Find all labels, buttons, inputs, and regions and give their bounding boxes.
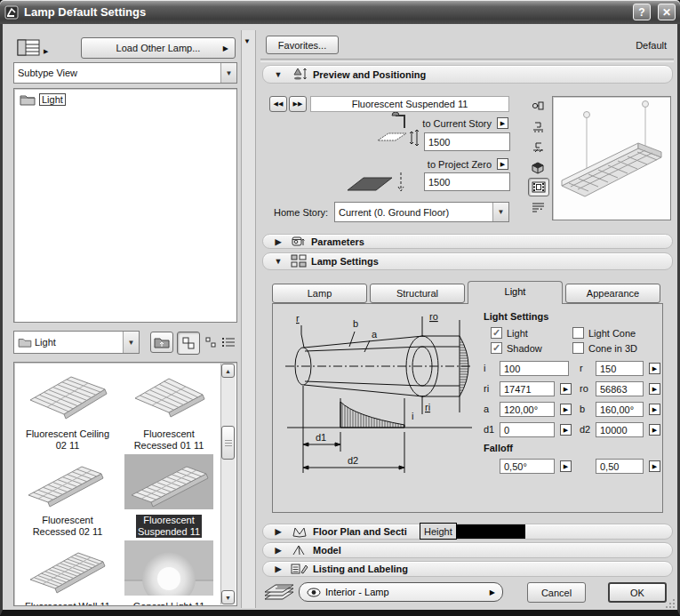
field-input-a[interactable]: 120,00° [500,402,555,417]
preview-mode-picture-button[interactable] [528,178,549,196]
field-input-ri[interactable]: 17471 [500,381,555,396]
to-current-story-menu-button[interactable]: ▶ [497,117,508,129]
checkbox-label: Light Cone [588,328,636,339]
favorites-button[interactable]: Favorites... [266,36,339,54]
subtype-tree[interactable]: Light [13,88,237,323]
field-input-b[interactable]: 160,00° [596,402,644,417]
subtype-view-combo[interactable]: Subtype View ▼ [13,62,237,84]
pane-layout-button[interactable]: ▶ [17,39,47,60]
section-preview-positioning[interactable]: ▼ Preview and Positioning [262,65,673,84]
ok-button[interactable]: OK [608,582,667,603]
preview-mode-2d-symbol-button[interactable] [528,98,548,115]
field-input-i[interactable]: 100 [500,361,569,376]
field-menu-button-ro[interactable]: ▶ [649,383,660,395]
svg-text:i: i [412,411,413,421]
tab-light[interactable]: Light [468,281,563,304]
section-collapse-icon[interactable]: ▼ [272,70,284,79]
field-menu-button-b[interactable]: ▶ [649,404,660,415]
preview-mode-side-view-button[interactable] [528,139,548,156]
collapse-left-panel-icon[interactable]: ▼ [244,37,251,45]
field-input-ro[interactable]: 56863 [596,381,644,396]
field-label-r: r [580,363,583,373]
section-expand-icon[interactable]: ▶ [272,237,284,246]
section-floor-plan-label: Floor Plan and Secti [313,526,407,537]
folder-up-button[interactable] [150,332,173,353]
view-small-icons-button[interactable] [204,335,218,349]
field-input-d2[interactable]: 10000 [596,422,644,437]
home-story-combo[interactable]: Current (0. Ground Floor) ▼ [334,202,509,222]
checkbox-cone-in-3d[interactable]: Cone in 3D [572,342,661,354]
lamp-item-fluorescent-recessed-01-11[interactable]: FluorescentRecessed 01 11 [119,368,219,452]
checked-checkbox-icon[interactable]: ✓ [491,342,502,354]
preview-mode-info-button[interactable] [528,198,548,215]
preview-positioning-icon [292,67,308,82]
panel-splitter[interactable]: ▼ [241,30,256,608]
layer-selector-button[interactable]: Interior - Lamp ▶ [299,582,503,602]
checkbox-light-cone[interactable]: Light Cone [572,327,661,339]
checkbox-shadow[interactable]: ✓Shadow [491,342,572,354]
to-current-story-input[interactable]: 1500 [424,132,510,151]
tab-structural[interactable]: Structural [370,284,465,303]
unchecked-checkbox-icon[interactable] [572,327,584,339]
scrollbar-thumb[interactable] [221,426,235,460]
load-other-lamp-button[interactable]: Load Other Lamp... ▶ [81,37,236,59]
help-button[interactable]: ? [633,4,651,20]
tree-item-light[interactable]: Light [20,93,66,106]
home-story-dropdown-icon[interactable]: ▼ [492,203,508,221]
field-menu-button-d2[interactable]: ▶ [649,424,660,436]
tab-appearance[interactable]: Appearance [565,284,660,303]
to-project-zero-menu-button[interactable]: ▶ [497,158,508,170]
section-expand-icon[interactable]: ▶ [272,527,284,536]
section-collapse-icon[interactable]: ▼ [272,257,284,266]
section-expand-icon[interactable]: ▶ [272,546,284,555]
scroll-up-button[interactable]: ▲ [221,364,235,378]
field-menu-button-ri[interactable]: ▶ [560,383,572,395]
lamp-item-general-light-11[interactable]: General Light 11 [119,540,219,606]
field-menu-button-r[interactable]: ▶ [649,363,660,374]
next-object-button[interactable]: ▶▶ [289,96,307,112]
checkbox-label: Shadow [507,343,542,354]
falloff-input-1[interactable]: 0,50° [500,459,555,474]
preview-mode-3d-button[interactable] [528,159,548,176]
lamp-list[interactable]: Fluorescent Ceiling02 11 FluorescentRece… [13,362,237,606]
section-lamp-settings[interactable]: ▼ Lamp Settings [262,252,673,270]
section-model[interactable]: ▶ Model [262,542,673,558]
scroll-down-button[interactable]: ▼ [221,590,235,604]
preview-mode-front-view-button[interactable] [528,118,548,135]
lamp-item-fluorescent-wall-11[interactable]: Fluorescent Wall 11 [18,540,117,606]
field-input-r[interactable]: 150 [596,361,644,376]
lamp-item-fluorescent-suspended-11[interactable]: FluorescentSuspended 11 [119,454,219,539]
checked-checkbox-icon[interactable]: ✓ [491,327,502,339]
tab-lamp[interactable]: Lamp [272,284,367,303]
section-listing[interactable]: ▶ Listing and Labeling [262,561,673,577]
view-large-icons-button[interactable] [177,332,200,355]
subtype-view-dropdown-icon[interactable]: ▼ [220,63,236,83]
lamp-item-fluorescent-ceiling-02-11[interactable]: Fluorescent Ceiling02 11 [18,368,117,452]
falloff-input-2[interactable]: 0,50 [596,459,644,474]
checkbox-light[interactable]: ✓Light [491,327,572,339]
unchecked-checkbox-icon[interactable] [572,342,584,354]
cancel-button[interactable]: Cancel [527,582,586,603]
section-expand-icon[interactable]: ▶ [272,564,284,573]
svg-text:r: r [296,313,300,324]
folder-combo[interactable]: Light ▼ [13,331,140,354]
to-project-zero-input[interactable]: 1500 [424,172,510,191]
resize-grip[interactable] [665,598,676,610]
view-list-button[interactable] [220,335,237,349]
field-menu-button-a[interactable]: ▶ [560,404,572,415]
prev-object-button[interactable]: ◀◀ [269,96,287,112]
falloff-menu-button-1[interactable]: ▶ [560,460,572,472]
close-button[interactable]: ✕ [658,4,676,20]
field-label-b: b [580,404,585,414]
folder-combo-dropdown-icon[interactable]: ▼ [123,332,139,353]
field-input-d1[interactable]: 0 [500,422,555,437]
section-parameters[interactable]: ▶ Parameters [262,234,673,249]
glow-lamp-thumb [124,540,213,596]
falloff-menu-button-2[interactable]: ▶ [649,460,660,472]
object-preview-pane[interactable] [552,96,671,220]
lamp-list-scrollbar[interactable]: ▲ ▼ [220,364,236,604]
titlebar[interactable]: Lamp Default Settings ? ✕ [0,0,680,24]
lamp-item-fluorescent-recessed-02-11[interactable]: FluorescentRecessed 02 11 [18,454,117,539]
folder-icon [20,93,36,106]
field-menu-button-d1[interactable]: ▶ [560,424,572,436]
